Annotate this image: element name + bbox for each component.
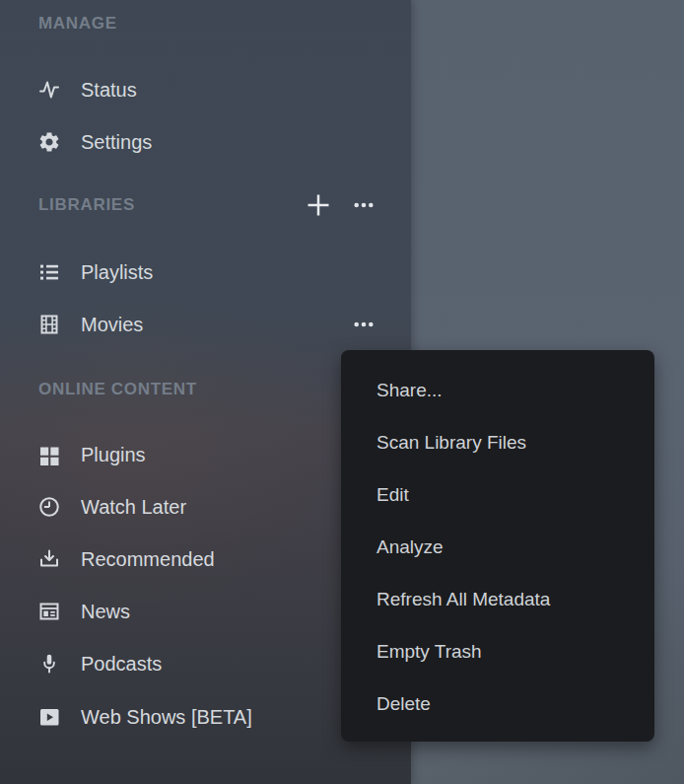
- ellipsis-icon: [352, 313, 376, 336]
- clock-icon: [37, 495, 61, 519]
- menu-item-refresh-all-metadata[interactable]: Refresh All Metadata: [341, 573, 654, 625]
- sidebar-item-playlists[interactable]: Playlists: [0, 252, 411, 292]
- libraries-more-button[interactable]: [352, 193, 376, 217]
- section-header-manage: MANAGE: [0, 8, 411, 39]
- playlist-icon: [37, 260, 61, 284]
- sidebar-item-status[interactable]: Status: [0, 70, 411, 109]
- menu-item-analyze[interactable]: Analyze: [341, 521, 654, 573]
- gear-icon: [37, 130, 61, 154]
- section-header-label: MANAGE: [38, 14, 117, 34]
- sidebar-item-label: Status: [81, 79, 137, 102]
- menu-item-delete[interactable]: Delete: [341, 677, 654, 730]
- play-box-icon: [37, 705, 61, 729]
- section-header-libraries: LIBRARIES: [0, 189, 411, 221]
- sidebar-item-label: Web Shows [BETA]: [81, 706, 252, 729]
- sidebar-item-movies[interactable]: Movies: [0, 305, 411, 344]
- menu-item-share[interactable]: Share...: [341, 364, 654, 416]
- menu-item-scan-library-files[interactable]: Scan Library Files: [341, 416, 654, 468]
- add-library-button[interactable]: [307, 193, 330, 217]
- sidebar-item-label: News: [81, 601, 130, 623]
- activity-icon: [37, 78, 61, 102]
- sidebar-item-label: Playlists: [81, 261, 153, 284]
- menu-item-edit[interactable]: Edit: [341, 468, 654, 521]
- sidebar-item-label: Movies: [81, 314, 143, 336]
- movies-more-button[interactable]: [352, 313, 376, 336]
- movies-context-menu: Share... Scan Library Files Edit Analyze…: [341, 350, 654, 742]
- ellipsis-icon: [352, 193, 376, 217]
- plex-app-window: MANAGE Status Settings LIBRARIES: [0, 0, 684, 784]
- sidebar-item-label: Podcasts: [81, 653, 162, 676]
- plus-icon: [307, 193, 330, 217]
- section-header-label: ONLINE CONTENT: [38, 380, 197, 399]
- download-icon: [37, 547, 61, 571]
- sidebar-item-label: Recommended: [81, 548, 215, 571]
- sidebar-item-label: Watch Later: [81, 496, 186, 519]
- news-icon: [37, 600, 61, 623]
- section-header-label: LIBRARIES: [38, 195, 135, 215]
- sidebar-item-label: Plugins: [81, 444, 146, 466]
- sidebar-item-label: Settings: [81, 131, 152, 154]
- menu-item-empty-trash[interactable]: Empty Trash: [341, 625, 654, 677]
- plugins-icon: [37, 443, 61, 466]
- microphone-icon: [37, 652, 61, 676]
- film-icon: [37, 313, 61, 336]
- sidebar-item-settings[interactable]: Settings: [0, 122, 411, 162]
